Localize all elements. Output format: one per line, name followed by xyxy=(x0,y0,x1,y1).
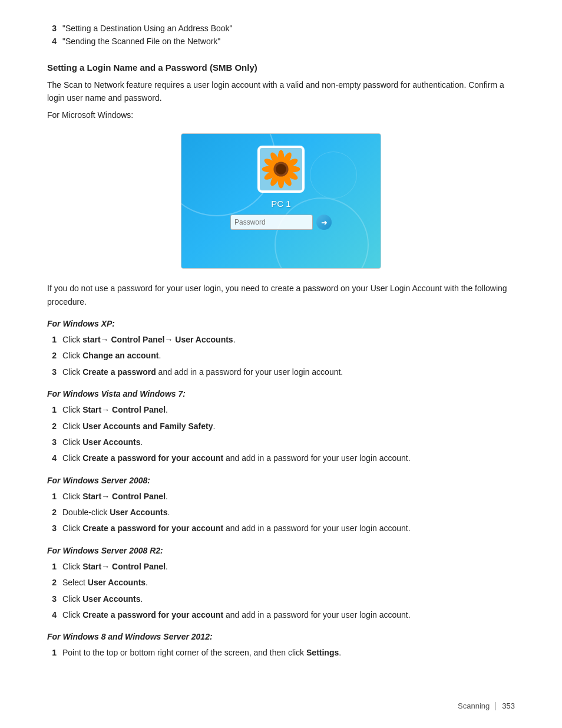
step-num: 3 xyxy=(47,592,57,605)
for-windows-8-label: For Windows 8 and Windows Server 2012: xyxy=(47,632,515,641)
step-text: Click start→ Control Panel→ User Account… xyxy=(62,333,236,346)
step-num: 2 xyxy=(47,506,57,519)
step: 3Click User Accounts. xyxy=(47,436,515,449)
for-microsoft-label: For Microsoft Windows: xyxy=(47,108,515,121)
step: 3Click Create a password and add in a pa… xyxy=(47,365,515,378)
win-password-row xyxy=(230,215,332,230)
for-windows-vista-label: For Windows Vista and Windows 7: xyxy=(47,389,515,398)
step-text: Click Start→ Control Panel. xyxy=(62,490,168,503)
step-num: 4 xyxy=(47,608,57,621)
step-text: Click Start→ Control Panel. xyxy=(62,560,168,573)
windows-xp-steps: 1Click start→ Control Panel→ User Accoun… xyxy=(47,333,515,378)
page-footer: Scanning 353 xyxy=(458,701,515,710)
windows-server-2008r2-steps: 1Click Start→ Control Panel. 2Select Use… xyxy=(47,560,515,622)
step: 2Click User Accounts and Family Safety. xyxy=(47,420,515,433)
step: 1Click Start→ Control Panel. xyxy=(47,490,515,503)
windows-vista-steps: 1Click Start→ Control Panel. 2Click User… xyxy=(47,403,515,465)
step-num: 3 xyxy=(47,522,57,535)
step: 3Click User Accounts. xyxy=(47,592,515,605)
step-num: 2 xyxy=(47,420,57,433)
list-num: 3 xyxy=(47,24,57,33)
list-item: 3 "Setting a Destination Using an Addres… xyxy=(47,24,515,33)
step-num: 2 xyxy=(47,349,57,362)
step-num: 2 xyxy=(47,576,57,589)
step-text: Select User Accounts. xyxy=(62,576,148,589)
windows-screenshot-container: PC 1 xyxy=(47,133,515,269)
step: 2Select User Accounts. xyxy=(47,576,515,589)
step-text: Double-click User Accounts. xyxy=(62,506,170,519)
section-title: Setting a Login Name and a Password (SMB… xyxy=(47,62,515,73)
top-list: 3 "Setting a Destination Using an Addres… xyxy=(47,24,515,46)
step-text: Click Create a password for your account… xyxy=(62,452,411,465)
windows-8-steps: 1Point to the top or bottom right corner… xyxy=(47,646,515,659)
step-text: Point to the top or bottom right corner … xyxy=(62,646,341,659)
page-content: 3 "Setting a Destination Using an Addres… xyxy=(0,0,562,699)
footer-page-number: 353 xyxy=(502,701,515,710)
step: 3Click Create a password for your accoun… xyxy=(47,522,515,535)
step: 1Click Start→ Control Panel. xyxy=(47,560,515,573)
step-text: Click Change an account. xyxy=(62,349,161,362)
step-text: Click User Accounts. xyxy=(62,592,143,605)
step: 4Click Create a password for your accoun… xyxy=(47,452,515,465)
step-num: 1 xyxy=(47,333,57,346)
step-text: Click User Accounts. xyxy=(62,436,143,449)
step: 2Double-click User Accounts. xyxy=(47,506,515,519)
step-text: Click Create a password and add in a pas… xyxy=(62,365,343,378)
step-text: Click Create a password for your account… xyxy=(62,608,411,621)
step-num: 1 xyxy=(47,490,57,503)
step-num: 3 xyxy=(47,436,57,449)
step-num: 4 xyxy=(47,452,57,465)
list-num: 4 xyxy=(47,37,57,46)
step-text: Click User Accounts and Family Safety. xyxy=(62,420,215,433)
step: 1Click start→ Control Panel→ User Accoun… xyxy=(47,333,515,346)
step-num: 3 xyxy=(47,365,57,378)
user-area: PC 1 xyxy=(230,146,332,230)
step-num: 1 xyxy=(47,646,57,659)
step: 4Click Create a password for your accoun… xyxy=(47,608,515,621)
win-username: PC 1 xyxy=(271,199,290,209)
win-go-button[interactable] xyxy=(316,215,332,230)
step-num: 1 xyxy=(47,560,57,573)
step: 1Point to the top or bottom right corner… xyxy=(47,646,515,659)
list-item: 4 "Sending the Scanned File on the Netwo… xyxy=(47,37,515,46)
avatar xyxy=(257,146,305,193)
win-password-input[interactable] xyxy=(230,215,313,230)
step-num: 1 xyxy=(47,403,57,416)
step-text: Click Create a password for your account… xyxy=(62,522,411,535)
windows-server-2008-steps: 1Click Start→ Control Panel. 2Double-cli… xyxy=(47,490,515,535)
for-windows-server-2008r2-label: For Windows Server 2008 R2: xyxy=(47,546,515,555)
step: 2Click Change an account. xyxy=(47,349,515,362)
step: 1Click Start→ Control Panel. xyxy=(47,403,515,416)
step-text: Click Start→ Control Panel. xyxy=(62,403,168,416)
for-windows-xp-label: For Windows XP: xyxy=(47,319,515,328)
intro-text-1: The Scan to Network feature requires a u… xyxy=(47,78,515,105)
list-text: "Sending the Scanned File on the Network… xyxy=(62,37,220,46)
footer-scanning-label: Scanning xyxy=(458,701,490,710)
for-windows-server-2008-label: For Windows Server 2008: xyxy=(47,476,515,485)
list-text: "Setting a Destination Using an Address … xyxy=(62,24,233,33)
windows-screenshot: PC 1 xyxy=(181,133,381,269)
after-image-text: If you do not use a password for your us… xyxy=(47,282,515,308)
footer-divider xyxy=(495,702,496,710)
svg-point-14 xyxy=(276,164,286,174)
